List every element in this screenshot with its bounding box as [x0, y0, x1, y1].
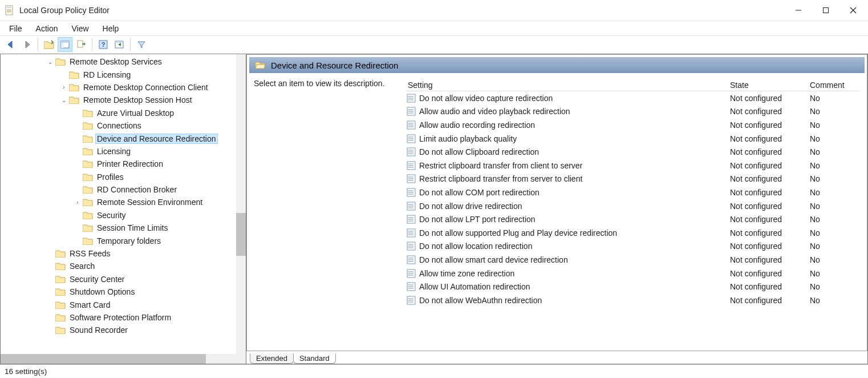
menu-view[interactable]: View — [64, 22, 95, 35]
setting-row[interactable]: Do not allow video capture redirectionNo… — [407, 91, 860, 105]
setting-row[interactable]: Do not allow smart card device redirecti… — [407, 253, 860, 267]
svg-rect-19 — [78, 41, 83, 47]
scrollbar-thumb[interactable] — [236, 213, 246, 256]
cell-comment: No — [810, 296, 860, 305]
tree-item[interactable]: Connections — [1, 119, 246, 132]
folder-icon — [83, 147, 93, 156]
tree-item[interactable]: ›Remote Session Environment — [1, 196, 246, 208]
help-button[interactable]: ? — [96, 37, 111, 52]
maximize-button[interactable] — [812, 0, 839, 21]
folder-icon — [83, 236, 93, 246]
close-button[interactable] — [839, 0, 867, 21]
tree-item[interactable]: Shutdown Options — [1, 285, 246, 298]
setting-row[interactable]: Allow time zone redirectionNot configure… — [407, 267, 860, 280]
menu-help[interactable]: Help — [96, 22, 126, 35]
setting-row[interactable]: Do not allow location redirectionNot con… — [407, 240, 860, 254]
tree-item[interactable]: Licensing — [1, 145, 246, 158]
up-button[interactable] — [42, 37, 56, 52]
tree-item[interactable]: ⌄Remote Desktop Session Host — [1, 94, 246, 106]
folder-icon — [55, 325, 66, 335]
menu-file[interactable]: File — [2, 22, 29, 35]
setting-row[interactable]: Do not allow drive redirectionNot config… — [407, 199, 860, 213]
setting-row[interactable]: Restrict clipboard transfer from server … — [407, 172, 860, 186]
scrollbar-thumb[interactable] — [1, 354, 206, 364]
setting-row[interactable]: Do not allow WebAuthn redirectionNot con… — [407, 293, 860, 307]
cell-comment: No — [810, 120, 860, 130]
menu-action[interactable]: Action — [29, 22, 65, 35]
cell-setting: Do not allow drive redirection — [419, 202, 730, 211]
tree-item-label: Remote Session Environment — [95, 197, 204, 207]
expand-icon[interactable]: › — [60, 84, 68, 90]
expand-icon[interactable]: › — [74, 199, 82, 206]
tree-item[interactable]: RSS Feeds — [1, 247, 246, 260]
filter-button[interactable] — [134, 37, 149, 52]
folder-icon — [83, 172, 93, 182]
tree-item[interactable]: Profiles — [1, 171, 246, 183]
collapse-icon[interactable]: ⌄ — [46, 59, 54, 65]
tree-item[interactable]: Session Time Limits — [1, 222, 246, 234]
folder-icon — [83, 185, 93, 194]
cell-comment: No — [810, 269, 860, 278]
tree-item[interactable]: ›Remote Desktop Connection Client — [1, 81, 246, 94]
setting-row[interactable]: Do not allow supported Plug and Play dev… — [407, 226, 860, 240]
tree-scroll[interactable]: ⌄Remote Desktop ServicesRD Licensing›Rem… — [1, 54, 246, 354]
cell-setting: Do not allow LPT port redirection — [419, 215, 730, 224]
tree-item[interactable]: Printer Redirection — [1, 158, 246, 170]
tree-horizontal-scrollbar[interactable] — [1, 354, 246, 364]
tab-extended[interactable]: Extended — [250, 353, 294, 364]
cell-setting: Restrict clipboard transfer from server … — [419, 174, 730, 183]
show-hide-tree-button[interactable] — [58, 37, 72, 52]
tree-item[interactable]: ⌄Remote Desktop Services — [1, 55, 246, 68]
tab-standard[interactable]: Standard — [293, 353, 336, 364]
tree-item[interactable]: Search — [1, 260, 246, 272]
cell-state: Not configured — [730, 134, 810, 143]
tree-item-label: Remote Desktop Connection Client — [82, 82, 210, 93]
tree-item[interactable]: Security — [1, 209, 246, 222]
policy-icon — [407, 120, 416, 130]
column-state[interactable]: State — [730, 81, 810, 90]
list-header[interactable]: Setting State Comment — [407, 79, 860, 91]
column-comment[interactable]: Comment — [810, 81, 860, 90]
export-button[interactable] — [74, 37, 88, 52]
minimize-button[interactable] — [785, 0, 812, 21]
policy-icon — [407, 282, 416, 291]
setting-row[interactable]: Do not allow LPT port redirectionNot con… — [407, 212, 860, 226]
tree-item[interactable]: Device and Resource Redirection — [1, 132, 246, 144]
column-setting[interactable]: Setting — [407, 81, 730, 90]
tree-item[interactable]: Security Center — [1, 273, 246, 285]
folder-icon — [83, 223, 93, 232]
cell-state: Not configured — [730, 282, 810, 291]
cell-setting: Allow UI Automation redirection — [419, 282, 730, 291]
tree-item[interactable]: Azure Virtual Desktop — [1, 107, 246, 119]
cell-state: Not configured — [730, 228, 810, 238]
tree-item[interactable]: RD Licensing — [1, 68, 246, 81]
properties-button[interactable] — [112, 37, 127, 52]
tree-item-label: Remote Desktop Services — [68, 57, 164, 67]
setting-row[interactable]: Allow audio and video playback redirecti… — [407, 105, 860, 119]
setting-row[interactable]: Do not allow Clipboard redirectionNot co… — [407, 145, 860, 159]
cell-comment: No — [810, 282, 860, 291]
setting-row[interactable]: Limit audio playback qualityNot configur… — [407, 132, 860, 146]
cell-state: Not configured — [730, 296, 810, 305]
tree-item[interactable]: Smart Card — [1, 298, 246, 311]
setting-row[interactable]: Restrict clipboard transfer from client … — [407, 159, 860, 172]
tree-item[interactable]: Sound Recorder — [1, 324, 246, 336]
setting-row[interactable]: Allow UI Automation redirectionNot confi… — [407, 280, 860, 293]
folder-icon — [83, 134, 93, 143]
tree-item[interactable]: Temporary folders — [1, 234, 246, 247]
tree-item-label: RSS Feeds — [68, 248, 112, 259]
nav-forward-button[interactable] — [19, 37, 34, 52]
setting-row[interactable]: Do not allow COM port redirectionNot con… — [407, 186, 860, 199]
collapse-icon[interactable]: ⌄ — [60, 97, 68, 103]
cell-setting: Do not allow smart card device redirecti… — [419, 255, 730, 264]
cell-state: Not configured — [730, 255, 810, 264]
tree-item[interactable]: Software Protection Platform — [1, 311, 246, 324]
folder-icon — [83, 159, 93, 168]
tree-item[interactable]: RD Connection Broker — [1, 183, 246, 196]
cell-state: Not configured — [730, 269, 810, 278]
policy-icon — [407, 296, 416, 305]
cell-setting: Limit audio playback quality — [419, 134, 730, 143]
setting-row[interactable]: Allow audio recording redirectionNot con… — [407, 118, 860, 132]
tree-vertical-scrollbar[interactable] — [236, 54, 246, 354]
nav-back-button[interactable] — [3, 37, 18, 52]
